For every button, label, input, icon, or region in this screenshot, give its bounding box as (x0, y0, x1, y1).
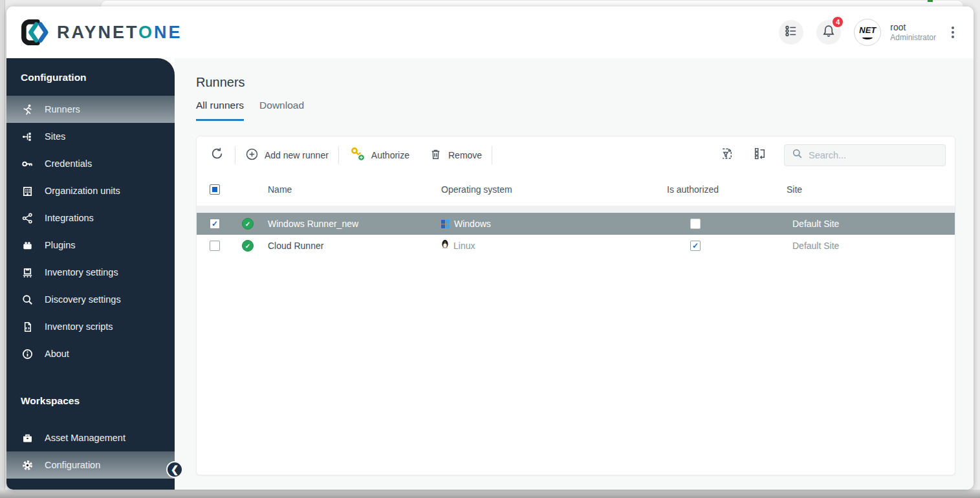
search-icon (792, 148, 803, 162)
notification-badge: 4 (831, 16, 844, 28)
table-row[interactable]: Cloud Runner (197, 235, 955, 257)
search-input[interactable] (809, 150, 925, 160)
refresh-icon (210, 146, 224, 164)
avatar-logo-arc (862, 36, 873, 39)
toolbar-separator (338, 146, 339, 164)
user-role: Administrator (890, 33, 936, 43)
runner-icon (21, 103, 34, 116)
export-filter-icon (719, 146, 734, 164)
page-title: Runners (196, 75, 245, 90)
sidebar-item-discovery-settings[interactable]: Discovery settings (6, 286, 175, 313)
row-select-checkbox[interactable] (210, 219, 220, 229)
key-plus-icon (349, 146, 365, 164)
table-row[interactable]: Windows Runner_new Windows Default Site (197, 213, 955, 235)
search-box (784, 144, 946, 166)
sidebar-item-about[interactable]: About (6, 340, 175, 367)
sidebar-item-configuration[interactable]: Configuration (6, 451, 175, 479)
column-header-site[interactable]: Site (787, 173, 802, 206)
sites-icon (21, 130, 34, 143)
sidebar-section-configuration: Configuration (6, 70, 175, 85)
sidebar-item-plugins[interactable]: Plugins (6, 232, 175, 259)
column-header-is-authorized[interactable]: Is authorized (667, 173, 719, 206)
integrations-icon (21, 211, 34, 224)
select-all-checkbox[interactable] (210, 184, 220, 195)
column-header-operating-system[interactable]: Operating system (441, 173, 512, 206)
sidebar-item-label: Sites (45, 131, 65, 142)
authorize-button[interactable]: Authorize (347, 144, 411, 166)
os-label: Linux (453, 235, 475, 257)
add-new-runner-button[interactable]: Add new runner (244, 145, 330, 166)
sidebar-item-label: About (45, 349, 69, 359)
search-settings-icon (21, 293, 34, 306)
window-left-edge (0, 0, 5, 498)
sidebar-item-integrations[interactable]: Integrations (6, 204, 175, 232)
info-icon (21, 347, 34, 360)
sidebar-item-label: Asset Management (45, 433, 125, 443)
key-icon (21, 157, 34, 170)
briefcase-icon (21, 431, 34, 444)
row-select-checkbox[interactable] (210, 241, 220, 251)
raynetone-logo: RAYNETONE (21, 19, 182, 46)
is-authorized-checkbox[interactable] (690, 241, 701, 251)
is-authorized-checkbox[interactable] (690, 219, 701, 229)
runner-name: Cloud Runner (268, 235, 323, 257)
site-name: Default Site (792, 213, 839, 235)
toolbar-separator (492, 146, 492, 164)
table-toolbar: Add new runner (197, 136, 955, 173)
linux-icon (441, 235, 449, 257)
plus-circle-icon (245, 147, 259, 163)
chevron-left-icon: ❮ (171, 464, 179, 475)
sidebar-item-inventory-settings[interactable]: Inventory settings (6, 259, 175, 286)
window-bottom-edge (0, 490, 980, 498)
sidebar-item-sites[interactable]: Sites (6, 123, 175, 150)
runner-name: Windows Runner_new (268, 213, 358, 235)
sidebar-item-label: Configuration (45, 460, 100, 470)
app-header: RAYNETONE (6, 6, 974, 58)
sidebar-item-asset-management[interactable]: Asset Management (6, 424, 175, 451)
sidebar-item-label: Discovery settings (45, 294, 121, 305)
os-label: Windows (454, 213, 491, 235)
browser-tab-strip (100, 0, 964, 6)
column-header-name[interactable]: Name (268, 173, 292, 206)
notifications-button[interactable]: 4 (816, 20, 841, 45)
sidebar-item-inventory-scripts[interactable]: Inventory scripts (6, 313, 175, 340)
browser-indicator (928, 0, 933, 2)
windows-icon (441, 220, 450, 228)
columns-icon (753, 146, 768, 164)
sidebar-item-label: Inventory scripts (45, 321, 113, 332)
status-ok-icon (242, 240, 254, 252)
toolbar-separator (235, 146, 235, 164)
refresh-button[interactable] (207, 146, 226, 165)
script-file-icon (21, 320, 34, 333)
tab-download[interactable]: Download (259, 100, 304, 121)
tab-bar: All runners Download (196, 100, 304, 121)
inventory-settings-icon (21, 266, 34, 279)
sidebar-item-label: Organization units (45, 186, 120, 196)
app-window: RAYNETONE (6, 6, 974, 490)
remove-button[interactable]: Remove (428, 145, 483, 166)
screen: RAYNETONE (0, 0, 980, 498)
sidebar-section-workspaces: Workspaces (6, 393, 175, 409)
sidebar-item-label: Integrations (45, 213, 94, 223)
sidebar-item-credentials[interactable]: Credentials (6, 150, 175, 177)
kebab-menu-button[interactable] (949, 24, 957, 41)
main-content: Runners All runners Download (175, 58, 974, 490)
sidebar-item-runners[interactable]: Runners (6, 96, 175, 123)
tab-all-runners[interactable]: All runners (196, 100, 244, 121)
site-name: Default Site (792, 235, 839, 257)
sidebar-item-organization-units[interactable]: Organization units (6, 177, 175, 204)
export-filtered-button[interactable] (717, 146, 736, 165)
user-name: root (890, 22, 936, 34)
sidebar-item-label: Inventory settings (45, 267, 118, 277)
avatar[interactable]: NET (854, 19, 881, 46)
task-list-button[interactable] (779, 20, 803, 45)
sidebar: Configuration Runners Sites Credentials (6, 58, 175, 490)
raynetone-logo-icon (21, 19, 50, 46)
user-info: root Administrator (890, 22, 936, 43)
gear-icon (21, 459, 34, 471)
table-header-divider (197, 206, 955, 213)
choose-columns-button[interactable] (750, 146, 770, 165)
table-header-row: Name Operating system Is authorized Site (197, 173, 955, 206)
status-ok-icon (242, 218, 254, 230)
sidebar-collapse-button[interactable]: ❮ (166, 461, 183, 478)
